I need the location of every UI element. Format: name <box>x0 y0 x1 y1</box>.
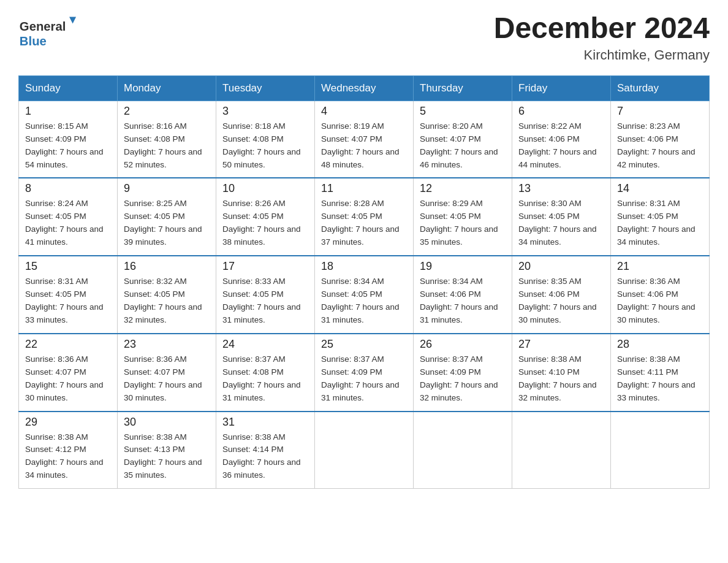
day-info: Sunrise: 8:33 AMSunset: 4:05 PMDaylight:… <box>222 275 308 327</box>
day-info: Sunrise: 8:35 AMSunset: 4:06 PMDaylight:… <box>518 275 604 327</box>
day-number: 20 <box>518 260 604 273</box>
day-number: 30 <box>124 416 210 429</box>
day-info: Sunrise: 8:28 AMSunset: 4:05 PMDaylight:… <box>321 197 407 249</box>
calendar-cell: 8Sunrise: 8:24 AMSunset: 4:05 PMDaylight… <box>19 178 118 256</box>
day-info: Sunrise: 8:19 AMSunset: 4:07 PMDaylight:… <box>321 120 407 172</box>
day-info: Sunrise: 8:31 AMSunset: 4:05 PMDaylight:… <box>25 275 111 327</box>
calendar-cell: 24Sunrise: 8:37 AMSunset: 4:08 PMDayligh… <box>216 334 315 412</box>
logo: General Blue <box>18 12 92 49</box>
day-info: Sunrise: 8:34 AMSunset: 4:05 PMDaylight:… <box>321 275 407 327</box>
calendar-cell <box>414 412 512 489</box>
day-number: 9 <box>124 182 210 195</box>
calendar-cell <box>315 412 414 489</box>
day-number: 23 <box>124 338 210 351</box>
calendar-cell: 31Sunrise: 8:38 AMSunset: 4:14 PMDayligh… <box>216 412 315 489</box>
day-info: Sunrise: 8:37 AMSunset: 4:09 PMDaylight:… <box>420 353 506 405</box>
day-number: 17 <box>222 260 308 273</box>
day-number: 28 <box>617 338 703 351</box>
day-number: 12 <box>420 182 506 195</box>
day-number: 22 <box>25 338 111 351</box>
day-info: Sunrise: 8:24 AMSunset: 4:05 PMDaylight:… <box>25 197 111 249</box>
calendar-cell: 7Sunrise: 8:23 AMSunset: 4:06 PMDaylight… <box>611 101 710 178</box>
calendar-cell: 17Sunrise: 8:33 AMSunset: 4:05 PMDayligh… <box>216 256 315 334</box>
day-info: Sunrise: 8:38 AMSunset: 4:10 PMDaylight:… <box>518 353 604 405</box>
calendar-cell: 14Sunrise: 8:31 AMSunset: 4:05 PMDayligh… <box>611 178 710 256</box>
day-number: 18 <box>321 260 407 273</box>
day-number: 10 <box>222 182 308 195</box>
day-info: Sunrise: 8:29 AMSunset: 4:05 PMDaylight:… <box>420 197 506 249</box>
svg-text:Blue: Blue <box>20 34 47 48</box>
calendar-cell: 16Sunrise: 8:32 AMSunset: 4:05 PMDayligh… <box>118 256 216 334</box>
calendar-week-row: 1Sunrise: 8:15 AMSunset: 4:09 PMDaylight… <box>19 101 710 178</box>
day-number: 4 <box>321 105 407 118</box>
calendar-cell: 11Sunrise: 8:28 AMSunset: 4:05 PMDayligh… <box>315 178 414 256</box>
day-number: 6 <box>518 105 604 118</box>
calendar-cell: 2Sunrise: 8:16 AMSunset: 4:08 PMDaylight… <box>118 101 216 178</box>
day-info: Sunrise: 8:20 AMSunset: 4:07 PMDaylight:… <box>420 120 506 172</box>
day-info: Sunrise: 8:36 AMSunset: 4:07 PMDaylight:… <box>124 353 210 405</box>
day-number: 7 <box>617 105 703 118</box>
location-title: Kirchtimke, Germany <box>494 47 710 63</box>
day-info: Sunrise: 8:23 AMSunset: 4:06 PMDaylight:… <box>617 120 703 172</box>
day-info: Sunrise: 8:32 AMSunset: 4:05 PMDaylight:… <box>124 275 210 327</box>
day-info: Sunrise: 8:22 AMSunset: 4:06 PMDaylight:… <box>518 120 604 172</box>
svg-marker-1 <box>69 17 76 23</box>
calendar-cell: 29Sunrise: 8:38 AMSunset: 4:12 PMDayligh… <box>19 412 118 489</box>
calendar-cell: 26Sunrise: 8:37 AMSunset: 4:09 PMDayligh… <box>414 334 512 412</box>
day-number: 11 <box>321 182 407 195</box>
generalblue-logo: General Blue <box>18 12 92 49</box>
header-monday: Monday <box>118 75 216 101</box>
header-wednesday: Wednesday <box>315 75 414 101</box>
header-thursday: Thursday <box>414 75 512 101</box>
calendar-cell: 10Sunrise: 8:26 AMSunset: 4:05 PMDayligh… <box>216 178 315 256</box>
calendar-cell: 15Sunrise: 8:31 AMSunset: 4:05 PMDayligh… <box>19 256 118 334</box>
day-number: 25 <box>321 338 407 351</box>
day-info: Sunrise: 8:34 AMSunset: 4:06 PMDaylight:… <box>420 275 506 327</box>
calendar-cell: 28Sunrise: 8:38 AMSunset: 4:11 PMDayligh… <box>611 334 710 412</box>
header-saturday: Saturday <box>611 75 710 101</box>
day-number: 8 <box>25 182 111 195</box>
svg-text:General: General <box>20 20 66 33</box>
header-friday: Friday <box>512 75 611 101</box>
calendar-cell: 18Sunrise: 8:34 AMSunset: 4:05 PMDayligh… <box>315 256 414 334</box>
day-number: 29 <box>25 416 111 429</box>
day-number: 1 <box>25 105 111 118</box>
month-title: December 2024 <box>494 12 710 45</box>
calendar-cell <box>512 412 611 489</box>
calendar-table: Sunday Monday Tuesday Wednesday Thursday… <box>18 75 710 489</box>
day-info: Sunrise: 8:16 AMSunset: 4:08 PMDaylight:… <box>124 120 210 172</box>
calendar-cell: 1Sunrise: 8:15 AMSunset: 4:09 PMDaylight… <box>19 101 118 178</box>
day-number: 16 <box>124 260 210 273</box>
calendar-cell: 23Sunrise: 8:36 AMSunset: 4:07 PMDayligh… <box>118 334 216 412</box>
calendar-cell: 22Sunrise: 8:36 AMSunset: 4:07 PMDayligh… <box>19 334 118 412</box>
day-info: Sunrise: 8:38 AMSunset: 4:13 PMDaylight:… <box>124 431 210 483</box>
calendar-cell: 21Sunrise: 8:36 AMSunset: 4:06 PMDayligh… <box>611 256 710 334</box>
calendar-cell <box>611 412 710 489</box>
calendar-week-row: 29Sunrise: 8:38 AMSunset: 4:12 PMDayligh… <box>19 412 710 489</box>
calendar-cell: 13Sunrise: 8:30 AMSunset: 4:05 PMDayligh… <box>512 178 611 256</box>
day-number: 13 <box>518 182 604 195</box>
calendar-cell: 4Sunrise: 8:19 AMSunset: 4:07 PMDaylight… <box>315 101 414 178</box>
calendar-cell: 12Sunrise: 8:29 AMSunset: 4:05 PMDayligh… <box>414 178 512 256</box>
weekday-header-row: Sunday Monday Tuesday Wednesday Thursday… <box>19 75 710 101</box>
header-tuesday: Tuesday <box>216 75 315 101</box>
day-number: 5 <box>420 105 506 118</box>
calendar-cell: 19Sunrise: 8:34 AMSunset: 4:06 PMDayligh… <box>414 256 512 334</box>
day-info: Sunrise: 8:30 AMSunset: 4:05 PMDaylight:… <box>518 197 604 249</box>
day-info: Sunrise: 8:38 AMSunset: 4:11 PMDaylight:… <box>617 353 703 405</box>
calendar-cell: 30Sunrise: 8:38 AMSunset: 4:13 PMDayligh… <box>118 412 216 489</box>
day-number: 27 <box>518 338 604 351</box>
calendar-week-row: 22Sunrise: 8:36 AMSunset: 4:07 PMDayligh… <box>19 334 710 412</box>
day-info: Sunrise: 8:37 AMSunset: 4:09 PMDaylight:… <box>321 353 407 405</box>
day-info: Sunrise: 8:37 AMSunset: 4:08 PMDaylight:… <box>222 353 308 405</box>
day-number: 26 <box>420 338 506 351</box>
day-info: Sunrise: 8:36 AMSunset: 4:06 PMDaylight:… <box>617 275 703 327</box>
day-number: 19 <box>420 260 506 273</box>
calendar-cell: 5Sunrise: 8:20 AMSunset: 4:07 PMDaylight… <box>414 101 512 178</box>
day-number: 15 <box>25 260 111 273</box>
day-number: 14 <box>617 182 703 195</box>
day-info: Sunrise: 8:15 AMSunset: 4:09 PMDaylight:… <box>25 120 111 172</box>
calendar-cell: 25Sunrise: 8:37 AMSunset: 4:09 PMDayligh… <box>315 334 414 412</box>
header-sunday: Sunday <box>19 75 118 101</box>
day-info: Sunrise: 8:38 AMSunset: 4:14 PMDaylight:… <box>222 431 308 483</box>
